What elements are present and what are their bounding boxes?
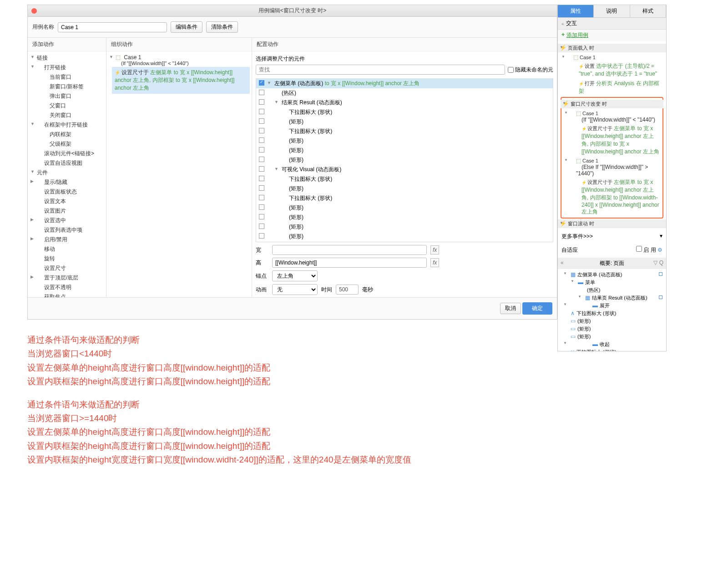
fx-button-height[interactable]: fx: [430, 258, 439, 267]
action-item[interactable]: 内联框架: [28, 130, 106, 139]
add-case-link[interactable]: +添加用例: [558, 30, 666, 41]
action-item[interactable]: 滚动到元件<锚链接>: [28, 149, 106, 158]
action-item[interactable]: 设置自适应视图: [28, 158, 106, 168]
row-checkbox[interactable]: [259, 109, 264, 114]
widget-row[interactable]: (矩形): [256, 184, 553, 193]
outline-item[interactable]: ▭(矩形): [560, 333, 664, 341]
hide-unnamed-checkbox[interactable]: 隐藏未命名的元: [508, 65, 553, 75]
outline-item[interactable]: ∨下拉图标大 (形状): [560, 348, 664, 351]
fx-button-width[interactable]: fx: [430, 245, 439, 254]
filter-icon[interactable]: ▽: [653, 259, 657, 266]
outline-item[interactable]: ▭(矩形): [560, 325, 664, 333]
row-checkbox[interactable]: [259, 128, 264, 133]
close-icon[interactable]: [31, 8, 37, 14]
widget-row[interactable]: ▼可视化 Visual (动态面板): [256, 165, 553, 174]
outline-item[interactable]: ∧下拉图标大 (形状): [560, 310, 664, 317]
outline-item[interactable]: (热区): [560, 286, 664, 294]
row-checkbox[interactable]: [259, 118, 264, 124]
widget-row[interactable]: (矩形): [256, 222, 553, 232]
action-node[interactable]: 设置 选中状态于 (主导航)/2 = "true", and 选中状态于 1 =…: [560, 61, 664, 79]
search-input[interactable]: [256, 65, 505, 75]
outline-item[interactable]: ▬收起: [560, 341, 664, 348]
action-item[interactable]: 设置不透明: [28, 283, 106, 292]
tab-style[interactable]: 样式: [630, 5, 666, 18]
case-node[interactable]: ⬚ Case 1: [560, 53, 664, 61]
widget-row[interactable]: 下拉图标大 (形状): [256, 127, 553, 136]
widget-row[interactable]: (矩形): [256, 117, 553, 127]
gear-icon[interactable]: ⚙: [657, 247, 662, 253]
row-checkbox[interactable]: [259, 90, 264, 95]
outline-item[interactable]: ▦结果页 Result (动态面板): [560, 294, 664, 302]
row-checkbox[interactable]: [259, 204, 264, 210]
row-checkbox[interactable]: [259, 195, 264, 200]
row-checkbox[interactable]: [259, 176, 264, 181]
action-item[interactable]: 设置面板状态: [28, 187, 106, 197]
action-item[interactable]: 父级框架: [28, 139, 106, 149]
height-input[interactable]: [272, 258, 427, 268]
outline-item[interactable]: ▦左侧菜单 (动态面板): [560, 271, 664, 279]
widget-row[interactable]: 下拉图标大 (形状): [256, 174, 553, 184]
action-subgroup[interactable]: 在框架中打开链接: [28, 120, 106, 130]
action-item[interactable]: 新窗口/新标签: [28, 82, 106, 92]
action-item[interactable]: 设置尺寸: [28, 264, 106, 273]
action-item[interactable]: 置于顶层/底层: [28, 273, 106, 283]
action-item[interactable]: 设置图片: [28, 206, 106, 216]
cancel-button[interactable]: 取消: [500, 303, 521, 314]
tab-properties[interactable]: 属性: [558, 5, 594, 18]
outline-item[interactable]: ▭(矩形): [560, 317, 664, 325]
action-item[interactable]: 旋转: [28, 254, 106, 264]
row-checkbox[interactable]: [259, 157, 264, 162]
event-node[interactable]: ⚡ 窗口尺寸改变 时: [561, 100, 663, 108]
widget-list[interactable]: ▼左侧菜单 (动态面板) to 宽 x [[Window.height]] an…: [256, 78, 553, 242]
row-checkbox[interactable]: [259, 166, 264, 172]
action-item[interactable]: 父窗口: [28, 101, 106, 111]
action-group[interactable]: 链接: [28, 53, 106, 63]
action-item[interactable]: 获取焦点: [28, 292, 106, 297]
tab-notes[interactable]: 说明: [594, 5, 630, 18]
action-node[interactable]: 打开 分析页 Analysis 在 内部框架: [560, 79, 664, 96]
action-item[interactable]: 关闭窗口: [28, 111, 106, 120]
widget-row[interactable]: (矩形): [256, 146, 553, 155]
action-subgroup[interactable]: 打开链接: [28, 63, 106, 72]
collapse-icon[interactable]: «: [561, 259, 564, 266]
width-input[interactable]: [272, 245, 427, 255]
more-events-dropdown[interactable]: 更多事件>>>▾: [558, 231, 666, 242]
clear-condition-button[interactable]: 清除条件: [206, 21, 238, 33]
widget-row[interactable]: ▼结果页 Result (动态面板): [256, 98, 553, 107]
time-input[interactable]: [336, 285, 359, 295]
event-node[interactable]: ⚡ 页面载入 时: [558, 44, 666, 52]
widget-row[interactable]: (矩形): [256, 203, 553, 213]
row-checkbox[interactable]: [259, 214, 264, 219]
case-node[interactable]: ⬚ Case 1 (If "[[Window.width]]" < "1440"…: [106, 53, 252, 67]
row-checkbox[interactable]: [259, 99, 264, 105]
enable-checkbox[interactable]: [636, 246, 642, 252]
widget-row[interactable]: ▼左侧菜单 (动态面板) to 宽 x [[Window.height]] an…: [256, 79, 553, 88]
widget-row[interactable]: 下拉图标大 (形状): [256, 193, 553, 203]
anchor-select[interactable]: 左上角: [272, 270, 318, 281]
action-item[interactable]: 启用/禁用: [28, 235, 106, 244]
action-item[interactable]: 弹出窗口: [28, 92, 106, 101]
widget-row[interactable]: (矩形): [256, 155, 553, 165]
row-checkbox[interactable]: [259, 137, 264, 143]
row-checkbox[interactable]: [259, 147, 264, 153]
row-checkbox[interactable]: [259, 233, 264, 239]
action-item[interactable]: 设置文本: [28, 197, 106, 206]
widget-row[interactable]: (热区): [256, 88, 553, 98]
case-node[interactable]: ⬚ Case 1(If "[[Window.width]]" < "1440"): [562, 109, 662, 124]
anim-select[interactable]: 无: [272, 284, 318, 295]
action-item[interactable]: 设置选中: [28, 216, 106, 225]
event-node[interactable]: ⚡ 窗口滚动 时: [558, 219, 666, 228]
widget-row[interactable]: (矩形): [256, 232, 553, 241]
action-selected[interactable]: 设置尺寸于 左侧菜单 to 宽 x [[Window.height]] anch…: [112, 67, 250, 94]
row-checkbox[interactable]: [259, 80, 264, 86]
search-icon[interactable]: Q: [659, 259, 663, 266]
edit-condition-button[interactable]: 编辑条件: [171, 21, 202, 33]
case-name-input[interactable]: [58, 22, 167, 32]
row-checkbox[interactable]: [259, 224, 264, 229]
case-node[interactable]: ⬚ Case 1(Else If "[[Window.width]]" > "1…: [562, 157, 662, 178]
action-item[interactable]: 移动: [28, 244, 106, 254]
outline-tree[interactable]: ▦左侧菜单 (动态面板)▬菜单(热区)▦结果页 Result (动态面板)▬展开…: [558, 269, 666, 351]
ok-button[interactable]: 确定: [522, 302, 552, 315]
action-item[interactable]: 显示/隐藏: [28, 178, 106, 187]
widget-row[interactable]: 下拉图标大 (形状): [256, 107, 553, 117]
